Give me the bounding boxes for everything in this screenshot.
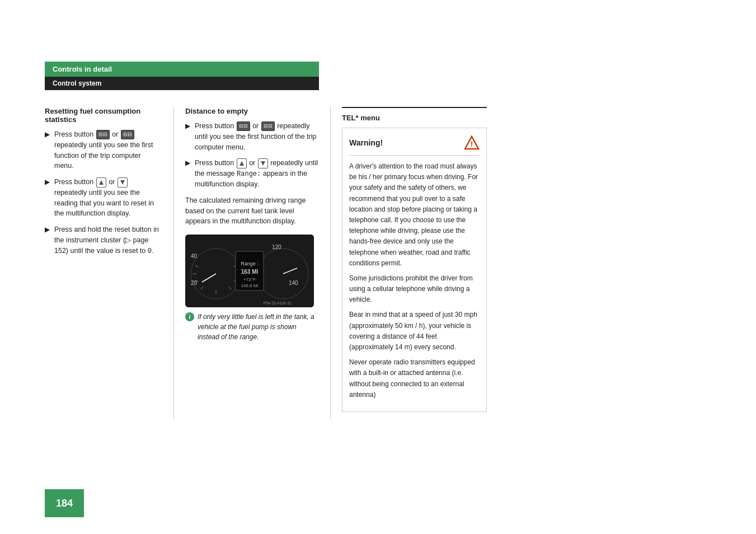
- warning-para-4: Never operate radio transmitters equippe…: [349, 357, 480, 400]
- svg-text:120: 120: [272, 244, 281, 250]
- btn-icon-mid-1a: ⊟⊟: [237, 121, 250, 132]
- svg-text:P54-32-4108-31: P54-32-4108-31: [263, 301, 292, 305]
- warning-header: Warning! !: [349, 135, 480, 156]
- info-note: i If only very little fuel is left in th…: [185, 312, 319, 342]
- tri-btn-up-2a: [96, 177, 106, 188]
- bullet-arrow-1: ▶: [45, 130, 50, 138]
- bullet-arrow-2: ▶: [45, 178, 50, 186]
- svg-text:149.8 MI: 149.8 MI: [241, 283, 258, 288]
- middle-column: Distance to empty ▶ Press button ⊟⊟ or ⊟…: [173, 107, 330, 419]
- svg-text:+72°F: +72°F: [243, 277, 256, 282]
- tri-btn-down-2b: [118, 177, 128, 188]
- mid-bullet-2-text: Press button or repeatedly until the mes…: [195, 158, 319, 190]
- left-column: Resetting fuel consumption statistics ▶ …: [45, 107, 173, 419]
- svg-text:140: 140: [289, 280, 298, 286]
- svg-marker-3: [261, 161, 265, 166]
- mid-description: The calculated remaining driving range b…: [185, 195, 319, 227]
- controls-in-detail-bar: Controls in detail: [45, 62, 319, 77]
- warning-title: Warning!: [349, 138, 383, 147]
- left-bullet-2: ▶ Press button or repeatedly until you s…: [45, 177, 162, 219]
- right-section-title: TEL* menu: [342, 114, 487, 122]
- controls-in-detail-label: Controls in detail: [53, 65, 112, 73]
- header-section: Controls in detail Control system: [45, 0, 425, 90]
- svg-text:Range :: Range :: [241, 261, 259, 266]
- left-bullet-3-text: Press and hold the reset button in the i…: [54, 224, 162, 256]
- warning-box: Warning! ! A driver's attention to the r…: [342, 128, 487, 412]
- control-system-label: Control system: [53, 79, 101, 87]
- mid-bullet-1-text: Press button ⊟⊟ or ⊟⊟ repeatedly until y…: [195, 121, 319, 152]
- svg-marker-1: [120, 180, 125, 185]
- tri-btn-up-mid: [237, 158, 247, 168]
- btn-icon-left-1a: ⊟⊟: [96, 130, 110, 140]
- page-container: Controls in detail Control system Resett…: [0, 0, 756, 534]
- btn-icon-left-1b: ⊟⊟: [121, 130, 134, 140]
- right-column: TEL* menu Warning! ! A driver's attentio…: [330, 107, 487, 419]
- middle-section-title: Distance to empty: [185, 107, 319, 115]
- left-bullet-1: ▶ Press button ⊟⊟ or ⊟⊟ repeatedly until…: [45, 129, 162, 171]
- left-bullet-1-text: Press button ⊟⊟ or ⊟⊟ repeatedly until y…: [54, 129, 162, 171]
- warning-triangle-icon: !: [464, 135, 480, 151]
- info-text: If only very little fuel is left in the …: [198, 312, 319, 342]
- left-bullet-2-text: Press button or repeatedly until you see…: [54, 177, 162, 219]
- svg-text:!: !: [471, 140, 473, 148]
- mid-bullet-arrow-2: ▶: [185, 159, 190, 167]
- page-number-box: 184: [45, 489, 84, 517]
- tri-btn-down-mid: [258, 158, 268, 168]
- svg-marker-2: [240, 161, 244, 166]
- warning-para-3: Bear in mind that at a speed of just 30 …: [349, 310, 480, 353]
- left-section-title: Resetting fuel consumption statistics: [45, 107, 162, 124]
- btn-icon-mid-1b: ⊟⊟: [261, 121, 275, 132]
- page-number: 184: [56, 498, 73, 509]
- left-bullet-3: ▶ Press and hold the reset button in the…: [45, 224, 162, 256]
- svg-text:20: 20: [191, 280, 198, 286]
- right-divider: [342, 107, 487, 108]
- info-icon: i: [185, 312, 194, 321]
- mid-bullet-arrow-1: ▶: [185, 122, 190, 130]
- warning-para-1: A driver's attention to the road must al…: [349, 161, 480, 269]
- warning-para-2: Some jurisdictions prohibit the driver f…: [349, 273, 480, 306]
- dashboard-image: 40 20 120 140 Range : 163 MI +72°F 149.8…: [185, 235, 314, 307]
- mid-bullet-2: ▶ Press button or repeatedly until the m…: [185, 158, 319, 190]
- svg-text:163 MI: 163 MI: [241, 269, 259, 275]
- svg-text:40: 40: [191, 253, 198, 259]
- svg-marker-0: [99, 180, 104, 185]
- control-system-bar: Control system: [45, 77, 319, 90]
- mid-bullet-1: ▶ Press button ⊟⊟ or ⊟⊟ repeatedly until…: [185, 121, 319, 152]
- bullet-arrow-3: ▶: [45, 226, 50, 233]
- main-content: Resetting fuel consumption statistics ▶ …: [45, 107, 756, 419]
